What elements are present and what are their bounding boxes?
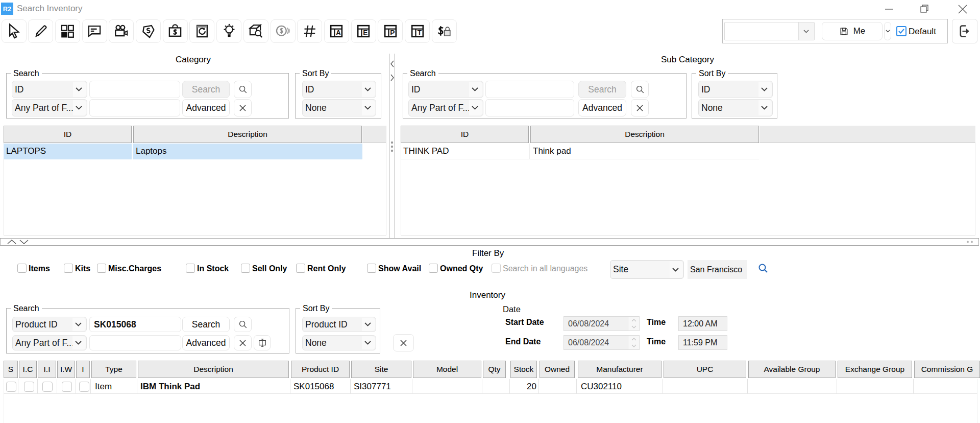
- svg-text:T: T: [417, 29, 422, 37]
- svg-text:E: E: [363, 29, 368, 37]
- svg-text:A: A: [336, 29, 341, 37]
- svg-text:P: P: [390, 29, 395, 37]
